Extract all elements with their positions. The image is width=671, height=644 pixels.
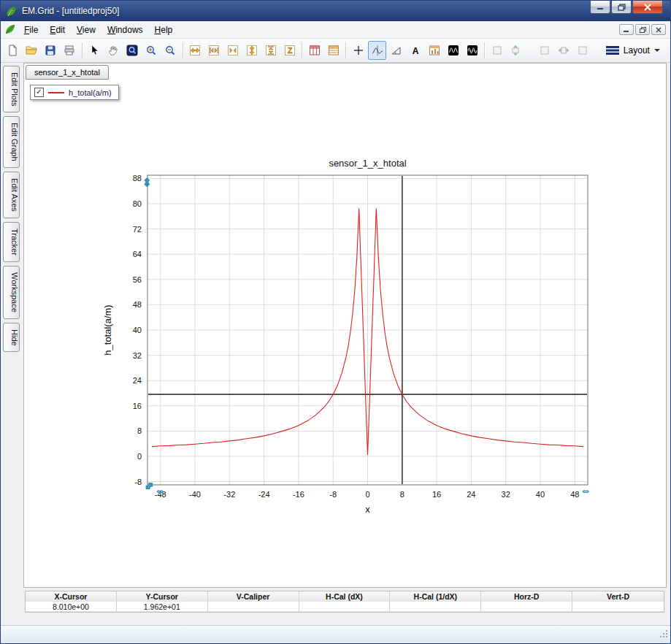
svg-text:48: 48 [570,490,579,499]
fit-vertical-button[interactable] [243,41,261,60]
svg-text:-16: -16 [293,490,304,499]
close-button[interactable] [632,1,663,14]
menu-file[interactable]: File [18,23,44,37]
print-button[interactable] [61,41,79,60]
layout-label: Layout [624,45,650,55]
mdi-restore-button[interactable] [635,24,650,35]
col-vert-d: Vert-D [572,591,664,602]
pan-hand-icon [107,45,119,56]
value-horz-d [481,602,572,612]
value-y-cursor: 1.962e+01 [117,602,208,612]
legend-checkbox[interactable]: ✓ [34,88,44,97]
open-folder-icon [26,45,37,56]
fit-horizontal-button[interactable] [186,41,204,60]
mini-chart-button[interactable] [425,41,443,60]
slope-tool-icon [391,45,402,56]
pan-tool-button[interactable] [104,41,123,60]
text-tool-button[interactable]: A [406,41,424,60]
fit-horizontal-icon [189,45,201,56]
layout-dropdown-button[interactable]: Layout [599,42,667,58]
svg-text:-24: -24 [258,490,270,499]
toggle-1-button[interactable] [488,41,506,60]
expand-vertical-button[interactable] [507,41,525,60]
work-area: Edit Plots Edit Graph Edit Axes Tracker … [1,63,670,588]
menu-view[interactable]: View [71,23,101,37]
fit-vertical-limits-icon [265,45,277,56]
side-tab-strip: Edit Plots Edit Graph Edit Axes Tracker … [3,66,23,352]
waveform-single-button[interactable] [444,41,462,60]
plus-marker-icon [353,45,364,56]
sidebar-item-edit-axes[interactable]: Edit Axes [3,172,20,218]
svg-text:8: 8 [400,490,404,499]
col-y-cursor: Y-Cursor [117,591,208,602]
shrink-horizontal-button[interactable] [224,41,242,60]
mdi-close-button[interactable] [651,24,666,35]
menu-windows[interactable]: Windows [101,23,149,37]
minimize-button[interactable] [590,1,610,14]
fit-vertical-limits-button[interactable] [262,41,280,60]
waveform-double-button[interactable] [463,41,481,60]
waveform-double-icon [467,45,478,56]
toggle-3-button[interactable] [574,41,592,60]
fit-all-button[interactable]: Z [280,41,299,60]
value-h-cal-1dx [390,602,481,612]
tab-sensor-plot[interactable]: sensor_1_x_htotal [26,65,109,80]
sidebar-item-edit-plots[interactable]: Edit Plots [3,66,20,112]
fit-horizontal-limits-button[interactable] [205,41,223,60]
plot-document: sensor_1_x_htotal ✓ h_total(a/m) -48-40-… [23,63,667,588]
restore-button[interactable] [611,1,632,14]
sidebar-item-workspace[interactable]: Workspace [3,266,20,319]
row-view-button[interactable] [324,41,342,60]
value-x-cursor: 8.010e+00 [26,602,117,612]
menu-help[interactable]: Help [149,23,179,37]
svg-text:64: 64 [133,250,142,258]
chart[interactable]: -48-40-32-24-16-8081624324048-8081624324… [96,151,607,524]
svg-text:⇔: ⇔ [155,484,166,497]
menu-bar: File Edit View Windows Help [1,21,670,39]
column-view-button[interactable] [305,41,323,60]
menu-edit[interactable]: Edit [44,23,71,37]
svg-text:Z: Z [288,46,293,55]
sidebar-item-edit-graph[interactable]: Edit Graph [3,116,20,168]
svg-text:0: 0 [365,490,369,499]
col-v-caliper: V-Caliper [208,591,299,602]
svg-text:sensor_1_x_htotal: sensor_1_x_htotal [329,158,406,169]
open-button[interactable] [23,41,41,60]
tracker-button[interactable] [368,41,386,60]
toolbar-separator [345,42,346,58]
zoom-window-icon [126,45,138,56]
mdi-minimize-button[interactable] [619,24,634,35]
cursor-table: X-Cursor Y-Cursor V-Caliper H-Cal (dX) H… [25,591,664,613]
expand-horizontal-button[interactable] [555,41,573,60]
add-marker-button[interactable] [349,41,367,60]
svg-text:88: 88 [133,174,142,183]
new-button[interactable] [4,41,22,60]
zoom-out-button[interactable] [161,41,180,60]
svg-text:72: 72 [133,225,142,234]
cursor-table-header: X-Cursor Y-Cursor V-Caliper H-Cal (dX) H… [26,591,664,602]
svg-text:32: 32 [133,351,142,360]
row-table-icon [328,45,340,56]
sidebar-item-hide[interactable]: Hide [3,323,20,353]
svg-text:40: 40 [536,490,545,499]
column-table-icon [309,45,321,56]
legend-box[interactable]: ✓ h_total(a/m) [30,85,119,100]
svg-text:-40: -40 [189,490,201,499]
sidebar-item-tracker[interactable]: Tracker [3,222,20,262]
zoom-in-icon [145,45,157,56]
app-window: EM.Grid - [untitledproj50] File Edit Vie… [0,0,671,644]
text-annotation-icon: A [410,45,421,56]
toolbar-separator [484,42,485,58]
resize-grip[interactable] [659,629,669,642]
save-button[interactable] [42,41,60,60]
data-tracker-icon [372,45,383,56]
toggle-2-button[interactable] [536,41,554,60]
svg-text:0: 0 [137,452,142,461]
zoom-in-button[interactable] [142,41,161,60]
zoom-window-button[interactable] [123,41,142,60]
toolbar-separator [82,42,83,58]
select-tool-button[interactable] [85,41,104,60]
value-v-caliper [208,602,299,612]
fit-vertical-icon [246,45,258,56]
slope-tool-button[interactable] [387,41,405,60]
